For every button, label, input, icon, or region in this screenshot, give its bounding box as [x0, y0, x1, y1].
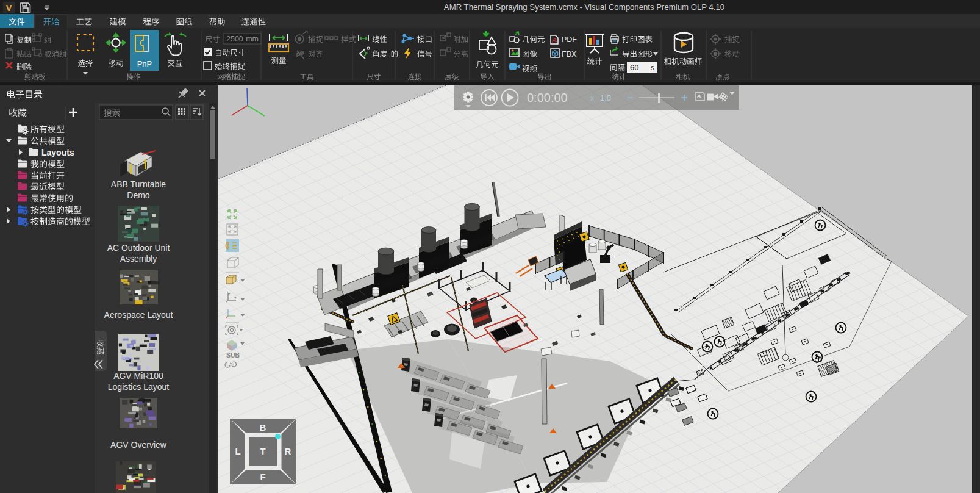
svg-text:Layouts: Layouts — [41, 148, 74, 157]
svg-text:Assembly: Assembly — [120, 254, 157, 264]
svg-text:mm: mm — [246, 35, 259, 43]
svg-text:T: T — [260, 446, 265, 456]
svg-text:Logistics Layout: Logistics Layout — [108, 382, 170, 392]
svg-text:L: L — [235, 446, 240, 456]
svg-text:AGV MiR100: AGV MiR100 — [113, 371, 163, 381]
svg-text:x: x — [590, 94, 594, 103]
svg-text:PnP: PnP — [137, 59, 152, 68]
svg-text:AMR Thermal Spraying System.vc: AMR Thermal Spraying System.vcmx - Visua… — [444, 2, 724, 12]
svg-text:AC Outdoor Unit: AC Outdoor Unit — [107, 243, 170, 253]
svg-text:Aerospace Layout: Aerospace Layout — [104, 310, 173, 320]
svg-text:B: B — [260, 422, 266, 433]
svg-text:AGV Overview: AGV Overview — [110, 440, 167, 450]
svg-text:F: F — [260, 472, 265, 482]
svg-text:s: s — [651, 63, 654, 72]
svg-text:PDF: PDF — [562, 35, 577, 44]
svg-text:SUB: SUB — [226, 351, 240, 359]
svg-text:0:00:00: 0:00:00 — [527, 91, 568, 104]
svg-text:V: V — [5, 2, 12, 13]
svg-text:R: R — [285, 446, 291, 456]
svg-text:Demo: Demo — [127, 190, 150, 200]
svg-text:ABB Turntable: ABB Turntable — [111, 179, 166, 189]
svg-text:2500: 2500 — [226, 35, 243, 43]
svg-text:1.0: 1.0 — [600, 93, 611, 103]
svg-text:60: 60 — [630, 63, 638, 72]
svg-text:FBX: FBX — [562, 50, 577, 59]
